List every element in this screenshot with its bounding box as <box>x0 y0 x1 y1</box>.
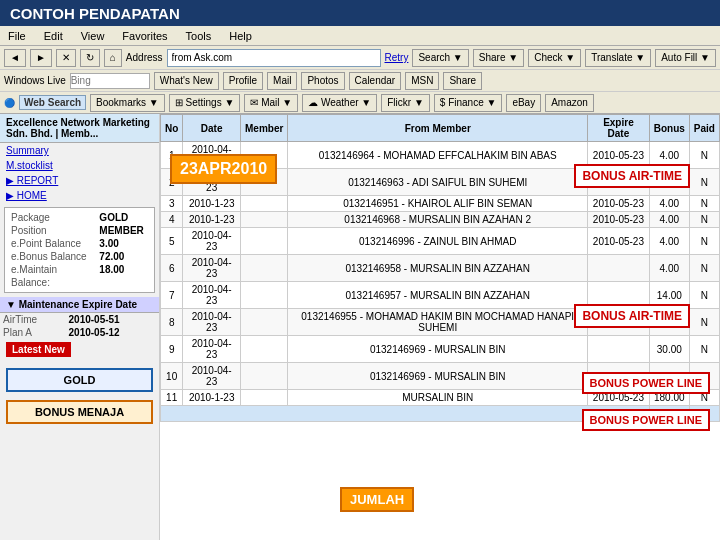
whats-new-button[interactable]: What's New <box>154 72 219 90</box>
col-no: No <box>161 115 183 142</box>
table-row: 32010-1-230132146951 - KHAIROL ALIF BIN … <box>161 196 720 212</box>
refresh-button[interactable]: ↻ <box>80 49 100 67</box>
nav-stocklist[interactable]: M.stocklist <box>0 158 159 173</box>
share-button[interactable]: Share ▼ <box>473 49 524 67</box>
nav-summary[interactable]: Summary <box>0 143 159 158</box>
share2-button[interactable]: Share <box>443 72 482 90</box>
bing-input[interactable] <box>70 73 150 89</box>
cell-expireDate: 2010-05-23 <box>588 196 650 212</box>
check-button[interactable]: Check ▼ <box>528 49 581 67</box>
cell-expireDate <box>588 336 650 363</box>
stop-button[interactable]: ✕ <box>56 49 76 67</box>
table-row: 62010-04-230132146958 - MURSALIN BIN AZZ… <box>161 255 720 282</box>
autofill-button[interactable]: Auto Fill ▼ <box>655 49 716 67</box>
cell-fromMember: 0132146957 - MURSALIN BIN AZZAHAN <box>288 282 588 309</box>
menu-help[interactable]: Help <box>225 28 256 44</box>
cell-expireDate: 2010-05-23 <box>588 212 650 228</box>
nav-home[interactable]: ▶ HOME <box>0 188 159 203</box>
cell-bonus: 4.00 <box>649 255 689 282</box>
photos-button[interactable]: Photos <box>301 72 344 90</box>
profile-button[interactable]: Profile <box>223 72 263 90</box>
total-label: Total : <box>161 406 650 422</box>
cell-date: 2010-04-23 <box>183 255 241 282</box>
menu-edit[interactable]: Edit <box>40 28 67 44</box>
forward-button[interactable]: ► <box>30 49 52 67</box>
col-member: Member <box>241 115 288 142</box>
cell-no: 7 <box>161 282 183 309</box>
msn-button[interactable]: MSN <box>405 72 439 90</box>
translate-button[interactable]: Translate ▼ <box>585 49 651 67</box>
cell-member <box>241 309 288 336</box>
retry-button[interactable]: Retry <box>385 52 409 63</box>
ebonus-value: 72.00 <box>96 250 151 263</box>
package-value: GOLD <box>96 211 151 224</box>
cell-fromMember: 0132146964 - MOHAMAD EFFCALHAKIM BIN ABA… <box>288 142 588 169</box>
cell-member <box>241 228 288 255</box>
main-content: Excellence Network Marketing Sdn. Bhd. |… <box>0 114 720 540</box>
search-button[interactable]: Search ▼ <box>412 49 468 67</box>
table-row: 42010-1-230132146968 - MURSALIN BIN AZAH… <box>161 212 720 228</box>
plana-value: 2010-05-12 <box>66 326 159 339</box>
weather-button[interactable]: ☁ Weather ▼ <box>302 94 377 112</box>
cell-member <box>241 212 288 228</box>
toolbar2: Windows Live What's New Profile Mail Pho… <box>0 70 720 92</box>
web-search-label[interactable]: Web Search <box>19 95 86 110</box>
col-from-member: From Member <box>288 115 588 142</box>
address-input[interactable] <box>167 49 381 67</box>
cell-paid: N <box>689 169 719 196</box>
cell-bonus: 4.00 <box>649 228 689 255</box>
cell-no: 6 <box>161 255 183 282</box>
calendar-button[interactable]: Calendar <box>349 72 402 90</box>
bookmarks-button[interactable]: Bookmarks ▼ <box>90 94 165 112</box>
cell-date: 2010-1-23 <box>183 390 241 406</box>
menu-file[interactable]: File <box>4 28 30 44</box>
cell-no: 10 <box>161 363 183 390</box>
finance-button[interactable]: $ Finance ▼ <box>434 94 503 112</box>
epoint-value: 3.00 <box>96 237 151 250</box>
cell-fromMember: 0132146996 - ZAINUL BIN AHMAD <box>288 228 588 255</box>
latest-new-button[interactable]: Latest New <box>6 342 71 357</box>
menu-favorites[interactable]: Favorites <box>118 28 171 44</box>
balance-value <box>96 276 151 289</box>
bonus-power-line-1: BONUS POWER LINE <box>582 372 710 394</box>
back-button[interactable]: ◄ <box>4 49 26 67</box>
airtime-value: 2010-05-51 <box>66 313 159 326</box>
mail2-button[interactable]: ✉ Mail ▼ <box>244 94 298 112</box>
menu-bar: File Edit View Favorites Tools Help <box>0 26 720 46</box>
cell-no: 11 <box>161 390 183 406</box>
menu-view[interactable]: View <box>77 28 109 44</box>
gold-box: GOLD <box>6 368 153 392</box>
nav-report[interactable]: ▶ REPORT <box>0 173 159 188</box>
col-paid: Paid <box>689 115 719 142</box>
cell-no: 3 <box>161 196 183 212</box>
mail-button[interactable]: Mail <box>267 72 297 90</box>
bonus-menaja-box: BONUS MENAJA <box>6 400 153 424</box>
cell-member <box>241 255 288 282</box>
table-row: 52010-04-230132146996 - ZAINUL BIN AHMAD… <box>161 228 720 255</box>
flickr-button[interactable]: Flickr ▼ <box>381 94 430 112</box>
cell-fromMember: 0132146951 - KHAIROL ALIF BIN SEMAN <box>288 196 588 212</box>
settings-button[interactable]: ⊞ Settings ▼ <box>169 94 241 112</box>
title-text: CONTOH PENDAPATAN <box>10 5 180 22</box>
amazon-button[interactable]: Amazon <box>545 94 594 112</box>
cell-bonus: 4.00 <box>649 212 689 228</box>
cell-paid: N <box>689 212 719 228</box>
cell-member <box>241 282 288 309</box>
cell-bonus: 4.00 <box>649 196 689 212</box>
menu-tools[interactable]: Tools <box>182 28 216 44</box>
gold-label: GOLD <box>64 374 96 386</box>
bonus-menaja-label: BONUS MENAJA <box>35 406 124 418</box>
cell-date: 2010-04-23 <box>183 282 241 309</box>
search-bar: 🔵 Web Search Bookmarks ▼ ⊞ Settings ▼ ✉ … <box>0 92 720 114</box>
cell-member <box>241 336 288 363</box>
windows-live-label: Windows Live <box>4 75 66 86</box>
home-button[interactable]: ⌂ <box>104 49 122 67</box>
cell-member <box>241 390 288 406</box>
address-bar: Address Retry <box>126 49 409 67</box>
col-date: Date <box>183 115 241 142</box>
cell-no: 8 <box>161 309 183 336</box>
ebay-button[interactable]: eBay <box>506 94 541 112</box>
cell-fromMember: 0132146969 - MURSALIN BIN <box>288 363 588 390</box>
left-panel: Excellence Network Marketing Sdn. Bhd. |… <box>0 114 160 540</box>
cell-no: 5 <box>161 228 183 255</box>
